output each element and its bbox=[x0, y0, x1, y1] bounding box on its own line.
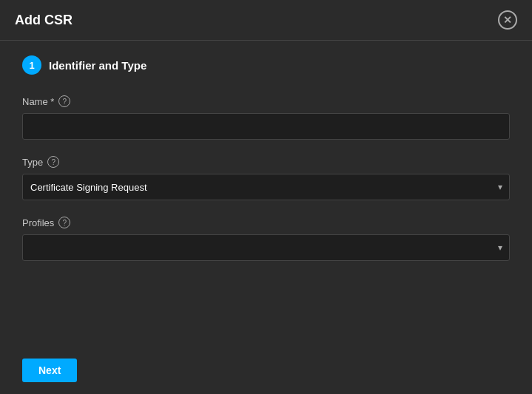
modal-header: Add CSR ✕ bbox=[0, 0, 532, 41]
type-group: Type ? Certificate Signing Request ▾ bbox=[22, 156, 510, 200]
step-number: 1 bbox=[22, 55, 41, 75]
profiles-select-wrapper: ▾ bbox=[22, 234, 510, 261]
type-label: Type bbox=[22, 157, 43, 168]
add-csr-modal: Add CSR ✕ 1 Identifier and Type Name * ?… bbox=[0, 0, 532, 394]
name-input[interactable] bbox=[22, 113, 510, 140]
profiles-group: Profiles ? ▾ bbox=[22, 217, 510, 261]
step-label: Identifier and Type bbox=[49, 59, 147, 72]
name-label-group: Name * ? bbox=[22, 95, 510, 107]
type-select[interactable]: Certificate Signing Request bbox=[22, 174, 510, 200]
profiles-select[interactable] bbox=[22, 234, 510, 261]
modal-title: Add CSR bbox=[15, 13, 73, 28]
name-help-icon[interactable]: ? bbox=[58, 95, 70, 107]
modal-footer: Next bbox=[0, 347, 532, 394]
name-label: Name * bbox=[22, 96, 54, 107]
next-button[interactable]: Next bbox=[22, 359, 77, 382]
type-help-icon[interactable]: ? bbox=[47, 156, 59, 168]
profiles-help-icon[interactable]: ? bbox=[58, 217, 70, 228]
profiles-label: Profiles bbox=[22, 217, 54, 228]
type-select-wrapper: Certificate Signing Request ▾ bbox=[22, 174, 510, 200]
name-group: Name * ? bbox=[22, 95, 510, 140]
type-label-group: Type ? bbox=[22, 156, 510, 168]
step-header: 1 Identifier and Type bbox=[22, 55, 510, 75]
close-button[interactable]: ✕ bbox=[498, 10, 517, 30]
profiles-label-group: Profiles ? bbox=[22, 217, 510, 228]
modal-body: 1 Identifier and Type Name * ? Type ? Ce… bbox=[0, 41, 532, 347]
